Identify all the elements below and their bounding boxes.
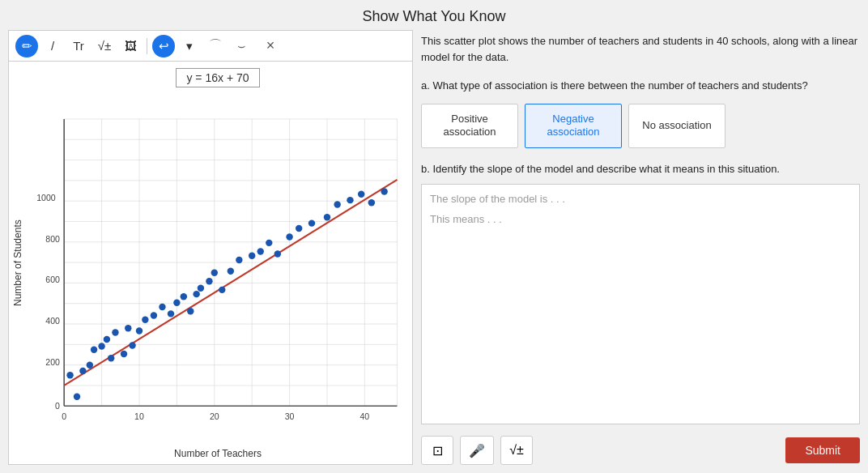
slope-prompt: The slope of the model is . . . — [430, 193, 851, 205]
right-panel: This scatter plot shows the number of te… — [421, 30, 860, 465]
svg-point-56 — [173, 299, 180, 305]
page-title: Show What You Know — [0, 0, 868, 30]
svg-point-66 — [249, 252, 255, 258]
svg-point-72 — [308, 219, 315, 226]
slash-button[interactable]: / — [41, 35, 64, 58]
question-b-text: b. Identify the slope of the model and d… — [421, 161, 860, 177]
svg-text:200: 200 — [45, 357, 60, 367]
svg-point-75 — [347, 197, 353, 203]
x-axis-label: Number of Teachers — [30, 446, 406, 461]
svg-text:600: 600 — [45, 275, 60, 284]
svg-point-59 — [193, 291, 199, 297]
svg-point-49 — [125, 325, 131, 331]
svg-point-39 — [66, 372, 73, 378]
svg-text:10: 10 — [134, 411, 144, 421]
svg-point-74 — [334, 201, 340, 207]
svg-point-52 — [142, 317, 148, 323]
svg-point-55 — [168, 310, 174, 317]
content-area: ✏ / Tr √± 🖼 ↩ ▾ ⌒ ⌣ × Number of Students… — [0, 30, 868, 473]
tr-button[interactable]: Tr — [67, 35, 90, 58]
svg-point-44 — [98, 343, 104, 349]
y-axis-label: Number of Students — [9, 62, 27, 464]
svg-point-43 — [91, 346, 97, 352]
svg-point-54 — [159, 304, 165, 310]
svg-point-70 — [286, 233, 292, 240]
equation-box: y = 16x + 70 — [176, 68, 259, 87]
history-button[interactable]: ↩ — [152, 35, 175, 58]
svg-point-64 — [228, 267, 234, 274]
submit-button[interactable]: Submit — [785, 437, 860, 463]
svg-point-47 — [112, 329, 118, 335]
sqrt-icon: √± — [509, 443, 524, 458]
svg-point-61 — [206, 278, 212, 284]
association-buttons: Positiveassociation Negativeassociation … — [421, 104, 860, 149]
svg-point-45 — [104, 336, 110, 343]
svg-text:40: 40 — [360, 411, 370, 421]
chart-svg-area: 0 200 400 600 800 1000 0 10 20 30 40 — [30, 91, 406, 446]
chart-inner: y = 16x + 70 — [27, 62, 412, 464]
chart-svg: 0 200 400 600 800 1000 0 10 20 30 40 — [30, 91, 406, 446]
means-prompt: This means . . . — [430, 213, 851, 225]
no-association-button[interactable]: No association — [628, 104, 725, 149]
svg-text:30: 30 — [285, 411, 295, 421]
svg-point-48 — [121, 351, 127, 357]
image-insert-icon: ⊡ — [432, 443, 443, 458]
close-button[interactable]: × — [259, 35, 282, 58]
svg-point-50 — [129, 342, 135, 348]
chart-wrapper: Number of Students y = 16x + 70 — [8, 61, 413, 465]
image-insert-button[interactable]: ⊡ — [421, 436, 453, 465]
question-a-text: a. What type of association is there bet… — [421, 78, 860, 94]
negative-association-button[interactable]: Negativeassociation — [525, 104, 622, 149]
svg-point-40 — [74, 393, 80, 399]
svg-point-77 — [368, 199, 375, 206]
svg-point-69 — [274, 250, 281, 257]
svg-point-53 — [151, 312, 157, 318]
positive-association-button[interactable]: Positiveassociation — [421, 104, 518, 149]
svg-line-38 — [64, 180, 397, 386]
toolbar-divider — [147, 38, 147, 54]
undo-button[interactable]: ⌒ — [204, 35, 227, 58]
svg-text:20: 20 — [210, 411, 219, 421]
main-container: Show What You Know ✏ / Tr √± 🖼 ↩ ▾ ⌒ ⌣ ×… — [0, 0, 868, 473]
redo-button[interactable]: ⌣ — [230, 35, 253, 58]
svg-point-46 — [108, 355, 114, 361]
svg-point-67 — [257, 248, 264, 254]
svg-point-60 — [198, 285, 204, 292]
sqrt-button[interactable]: √± — [93, 35, 116, 58]
description-text: This scatter plot shows the number of te… — [421, 30, 860, 68]
svg-point-41 — [79, 368, 86, 374]
pencil-button[interactable]: ✏ — [15, 35, 38, 58]
svg-point-76 — [358, 191, 364, 198]
svg-point-51 — [136, 327, 143, 334]
svg-point-65 — [236, 257, 242, 263]
svg-point-57 — [181, 293, 187, 300]
left-panel: ✏ / Tr √± 🖼 ↩ ▾ ⌒ ⌣ × Number of Students… — [8, 30, 413, 465]
svg-point-58 — [187, 308, 194, 314]
svg-point-62 — [211, 270, 218, 276]
svg-text:400: 400 — [45, 316, 60, 326]
svg-point-73 — [324, 214, 330, 220]
image-button[interactable]: 🖼 — [119, 35, 142, 58]
toolbar: ✏ / Tr √± 🖼 ↩ ▾ ⌒ ⌣ × — [8, 30, 413, 61]
svg-point-42 — [87, 361, 93, 368]
bottom-toolbar: ⊡ 🎤 √± Submit — [421, 431, 860, 465]
svg-text:800: 800 — [45, 234, 60, 244]
text-input-area[interactable]: The slope of the model is . . . This mea… — [421, 184, 860, 424]
svg-point-68 — [266, 240, 272, 246]
svg-text:0: 0 — [55, 402, 60, 411]
svg-text:0: 0 — [62, 411, 66, 421]
svg-point-78 — [381, 188, 387, 194]
math-button[interactable]: √± — [500, 436, 533, 465]
svg-text:1000: 1000 — [36, 193, 56, 202]
microphone-icon: 🎤 — [469, 443, 485, 458]
dropdown-button[interactable]: ▾ — [178, 35, 201, 58]
microphone-button[interactable]: 🎤 — [460, 436, 494, 465]
chart-title-area: y = 16x + 70 — [30, 68, 406, 87]
svg-point-71 — [296, 225, 302, 232]
svg-point-63 — [219, 287, 225, 293]
